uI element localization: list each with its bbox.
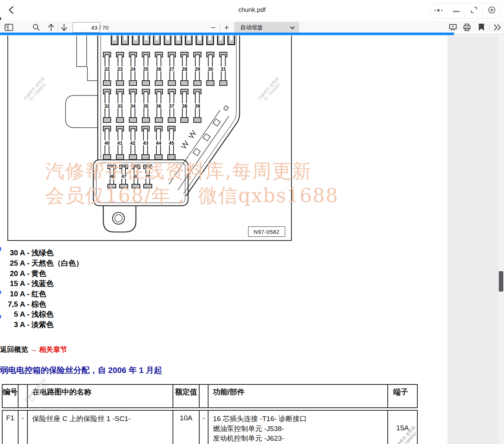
- progress-bar: [0, 33, 454, 35]
- page-up-button[interactable]: [46, 23, 56, 33]
- fuse-slot: [132, 36, 140, 45]
- header-id: 编号: [2, 384, 19, 408]
- fuse-34: 34: [129, 89, 137, 123]
- header-function: 功能/部件: [208, 384, 388, 408]
- document-title: chunk.pdf: [0, 6, 504, 14]
- fuse-name: 保险丝座 C 上的保险丝 1 -SC1-: [27, 410, 173, 444]
- zoom-in-button[interactable]: +: [221, 23, 232, 33]
- ellipsis-icon: [434, 7, 443, 14]
- vertical-scrollbar[interactable]: [498, 36, 504, 444]
- sidebar-toggle-button[interactable]: [4, 23, 14, 33]
- toolbar-divider: [58, 23, 58, 32]
- fuse-36: 36: [155, 89, 163, 123]
- fuse-27: 27: [168, 52, 176, 86]
- viewer-content[interactable]: 2223242526272829303132333435363738394041…: [0, 36, 498, 444]
- fuse-29: 29: [193, 52, 201, 86]
- back-to-overview-label: 返回概览: [0, 346, 28, 353]
- arrow-down-icon: [60, 23, 68, 33]
- legend-item: 5 A-浅棕色: [2, 309, 83, 320]
- diagram-reference-label: N97-0582: [248, 226, 285, 237]
- page-total-label: / 70: [99, 24, 109, 31]
- fuse-slot: [153, 36, 161, 45]
- header-rating: 额定值: [173, 384, 200, 408]
- record-target-icon: [488, 6, 496, 16]
- section-heading: 弱电电控箱的保险丝分配，自 2006 年 1 月起: [0, 365, 162, 376]
- fuse-functions: 16 芯插头连接 -T16- 诊断接口 燃油泵控制单元 -J538- 发动机控制…: [208, 410, 388, 444]
- watermark-line1: 汽修帮手在线资料库,每周更新: [45, 158, 312, 184]
- titlebar: chunk.pdf: [0, 0, 504, 21]
- legend-item: 3 A-淡紫色: [2, 320, 83, 330]
- fuse-43: 43: [141, 126, 150, 160]
- toolbar-divider: [489, 23, 490, 32]
- more-options-button[interactable]: [430, 3, 447, 18]
- fuse-slot: [185, 36, 193, 45]
- more-tools-button[interactable]: [492, 23, 503, 33]
- related-section-link[interactable]: 相关章节: [39, 346, 67, 353]
- chevron-down-icon: [290, 24, 299, 31]
- printer-icon: [463, 23, 471, 33]
- pdf-viewer-window: chunk.pdf: [0, 0, 504, 444]
- fuse-slot: [111, 36, 119, 45]
- presentation-mode-button[interactable]: [448, 23, 458, 33]
- legend-item: 30 A-浅绿色: [2, 248, 83, 258]
- fuse-23: 23: [116, 52, 124, 86]
- fuse-id: F1: [2, 410, 19, 444]
- window-controls: [430, 3, 501, 18]
- fuse-32: 32: [103, 89, 111, 123]
- record-button[interactable]: [483, 3, 500, 18]
- legend-item: 15 A-浅蓝色: [2, 279, 83, 289]
- fuse-diagram: 2223242526272829303132333435363738394041…: [7, 36, 292, 241]
- double-chevron-right-icon: [493, 24, 501, 32]
- edge-handle-dot: [0, 17, 1, 20]
- minimize-button[interactable]: [447, 3, 465, 18]
- fuse-rating: 10A: [173, 410, 200, 444]
- header-terminal: 端子: [387, 384, 418, 408]
- fuse-25: 25: [142, 52, 150, 86]
- vertical-scrollbar-thumb[interactable]: [499, 271, 503, 292]
- fuse-slot: [196, 36, 203, 45]
- nav-line: 返回概览 → 相关章节: [0, 345, 67, 354]
- sidebar-toggle-icon: [4, 24, 13, 32]
- zoom-mode-select[interactable]: 自动缩放: [234, 22, 299, 33]
- page-down-button[interactable]: [59, 23, 69, 33]
- legend-item: 20 A-黄色: [2, 268, 83, 279]
- fuse-26: 26: [155, 52, 163, 86]
- fuse-24: 24: [129, 52, 137, 86]
- pdf-page: 2223242526272829303132333435363738394041…: [0, 36, 447, 444]
- zoom-out-button[interactable]: −: [208, 23, 218, 33]
- fuse-35: 35: [142, 89, 150, 123]
- header-name: 在电路图中的名称: [27, 384, 173, 408]
- fuse-22: 22: [103, 52, 111, 86]
- fuse-slot: [121, 36, 129, 45]
- selection-artifact: [0, 315, 1, 318]
- toolbar-divider: [220, 23, 220, 32]
- restore-button[interactable]: [465, 3, 483, 18]
- legend-item: 10 A-红色: [2, 289, 83, 299]
- fuse-30: 30: [206, 52, 214, 86]
- arrow-right-glyph: →: [30, 346, 37, 353]
- header-spacer: [199, 384, 208, 408]
- table-header-row: 编号 在电路图中的名称 额定值 功能/部件 端子: [2, 384, 418, 408]
- print-button[interactable]: [462, 23, 472, 33]
- minimize-icon: [453, 7, 460, 14]
- legend-item: 7,5 A-棕色: [2, 299, 83, 309]
- bookmark-button[interactable]: [476, 23, 487, 33]
- fuse-slot: [164, 36, 171, 45]
- dash-cell: -: [199, 410, 208, 444]
- fuse-42: 42: [129, 126, 137, 160]
- fuse-38: 38: [180, 89, 188, 123]
- selection-artifact: [0, 291, 1, 294]
- fuse-slot: [217, 36, 225, 45]
- legend-item: 25 A-天然色（白色）: [2, 258, 83, 269]
- fuse-28: 28: [180, 52, 188, 86]
- selection-artifact: [0, 247, 1, 251]
- bookmark-icon: [478, 24, 484, 32]
- fuse-slot: [227, 36, 235, 45]
- fuse-40: 40: [103, 126, 111, 160]
- restore-icon: [470, 6, 478, 16]
- page-number-input[interactable]: [73, 22, 100, 33]
- fuse-37: 37: [168, 89, 176, 123]
- dash-cell: -: [18, 410, 28, 444]
- fuse-45: 45: [167, 126, 176, 160]
- search-button[interactable]: [31, 23, 41, 33]
